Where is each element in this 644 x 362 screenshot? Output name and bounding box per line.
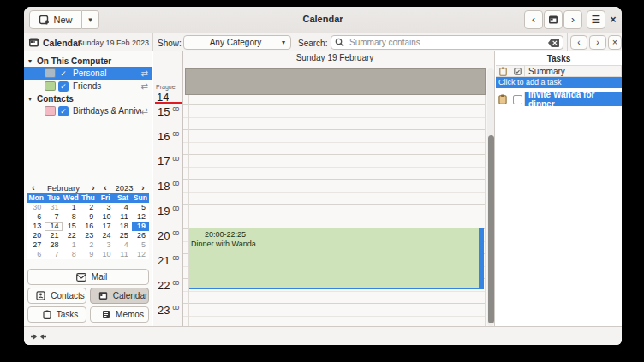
calendar-checkbox[interactable]: ✓ bbox=[58, 81, 69, 92]
mini-cal-day[interactable]: 25 bbox=[114, 231, 131, 240]
mini-cal-day[interactable]: 12 bbox=[132, 250, 149, 259]
menu-button[interactable]: ☰ bbox=[587, 10, 605, 29]
mini-cal-day[interactable]: 8 bbox=[63, 250, 80, 259]
switcher-calendar-button[interactable]: Calendar bbox=[90, 288, 149, 304]
mini-cal-day[interactable]: 23 bbox=[80, 231, 97, 240]
tasks-summary-column-header[interactable]: Summary bbox=[525, 66, 622, 76]
scrollbar-thumb[interactable] bbox=[488, 135, 494, 323]
switcher-label: Tasks bbox=[57, 310, 79, 319]
search-next-button[interactable]: › bbox=[589, 35, 606, 50]
memos-icon bbox=[102, 310, 110, 319]
mini-cal-day[interactable]: 14 bbox=[45, 222, 62, 231]
mini-cal-day[interactable]: 6 bbox=[27, 250, 45, 259]
mini-cal-day[interactable]: 4 bbox=[114, 203, 131, 212]
hour-label: 1800 bbox=[158, 180, 179, 193]
mini-cal-day[interactable]: 8 bbox=[63, 212, 80, 222]
mini-cal-day[interactable]: 19 bbox=[132, 222, 149, 231]
mini-cal-day[interactable]: 10 bbox=[97, 212, 114, 222]
mini-cal-day[interactable]: 18 bbox=[114, 222, 131, 231]
today-button[interactable] bbox=[544, 10, 563, 29]
mini-cal-day[interactable]: 21 bbox=[45, 231, 62, 240]
hour-label: 14 bbox=[157, 91, 169, 102]
switcher-mail-button[interactable]: Mail bbox=[27, 269, 149, 285]
switcher-memos-button[interactable]: Memos bbox=[90, 306, 149, 323]
mini-cal-day[interactable]: 12 bbox=[132, 212, 149, 222]
chevron-left-icon: ‹ bbox=[577, 38, 580, 47]
mini-cal-day-header: Thu bbox=[80, 193, 97, 203]
mini-cal-day[interactable]: 11 bbox=[114, 250, 131, 259]
next-button[interactable]: › bbox=[564, 10, 582, 29]
online-status-icon[interactable] bbox=[31, 333, 46, 341]
caret-down-icon: ▾ bbox=[282, 39, 285, 46]
switcher-contacts-button[interactable]: Contacts bbox=[27, 288, 86, 304]
mini-cal-day[interactable]: 7 bbox=[45, 250, 62, 259]
mini-cal-day[interactable]: 10 bbox=[97, 250, 114, 259]
mini-cal-day[interactable]: 2 bbox=[80, 240, 97, 250]
mini-cal-day[interactable]: 28 bbox=[45, 240, 62, 250]
chevron-right-icon: › bbox=[571, 14, 575, 26]
mini-cal-day-header: Mon bbox=[27, 193, 45, 203]
tasks-type-column-header[interactable] bbox=[496, 66, 510, 76]
check-icon: ✓ bbox=[60, 82, 67, 91]
mini-cal-day[interactable]: 27 bbox=[27, 240, 45, 250]
status-bar bbox=[24, 326, 622, 345]
all-day-band[interactable] bbox=[185, 68, 486, 95]
mini-cal-next-month-button[interactable]: › bbox=[87, 183, 99, 193]
tasks-icon bbox=[43, 310, 51, 319]
task-checkbox[interactable] bbox=[513, 95, 522, 104]
show-label: Show: bbox=[158, 39, 182, 48]
mini-cal-day[interactable]: 5 bbox=[132, 203, 149, 212]
mini-cal-day[interactable]: 9 bbox=[80, 250, 97, 259]
mini-cal-day[interactable]: 24 bbox=[97, 231, 114, 240]
day-view-scrollbar[interactable] bbox=[487, 68, 494, 326]
category-dropdown[interactable]: Any Category ▾ bbox=[183, 35, 291, 50]
mini-cal-day[interactable]: 15 bbox=[63, 222, 80, 231]
mini-cal-day[interactable]: 4 bbox=[114, 240, 131, 250]
group-contacts[interactable]: ▾ Contacts bbox=[24, 92, 152, 104]
mini-cal-day[interactable]: 5 bbox=[132, 240, 149, 250]
mini-cal-day[interactable]: 16 bbox=[80, 222, 97, 231]
day-grid[interactable]: 20:00-22:25 Dinner with Wanda bbox=[183, 95, 486, 326]
mini-cal-day[interactable]: 9 bbox=[80, 212, 97, 222]
search-previous-button[interactable]: ‹ bbox=[570, 35, 587, 50]
mini-cal-day[interactable]: 2 bbox=[80, 203, 97, 212]
mini-cal-day[interactable]: 11 bbox=[114, 212, 131, 222]
mini-cal-prev-year-button[interactable]: ‹ bbox=[99, 183, 111, 193]
mini-cal-day[interactable]: 3 bbox=[97, 203, 114, 212]
mini-cal-day[interactable]: 17 bbox=[97, 222, 114, 231]
task-row[interactable]: Invite Wanda for dinner bbox=[496, 92, 622, 106]
tasks-complete-column-header[interactable] bbox=[510, 66, 525, 76]
mini-cal-prev-month-button[interactable]: ‹ bbox=[27, 183, 39, 193]
group-on-this-computer[interactable]: ▾ On This Computer bbox=[24, 55, 152, 67]
calendar-row-birthdays[interactable]: ✓ Birthdays & Anniver... ⇄ bbox=[24, 104, 152, 117]
calendar-row-personal[interactable]: ✓ Personal ⇄ bbox=[24, 67, 152, 80]
mini-cal-day[interactable]: 6 bbox=[27, 212, 45, 222]
calendar-checkbox[interactable]: ✓ bbox=[58, 68, 69, 79]
search-input[interactable] bbox=[348, 37, 545, 48]
event-dinner-with-wanda[interactable]: 20:00-22:25 Dinner with Wanda bbox=[189, 228, 484, 289]
close-window-button[interactable]: × bbox=[605, 10, 621, 29]
mini-cal-day[interactable]: 26 bbox=[132, 231, 149, 240]
chevron-right-icon: › bbox=[596, 38, 599, 47]
mini-cal-day[interactable]: 22 bbox=[63, 231, 80, 240]
add-task-row[interactable]: Click to add a task bbox=[496, 77, 622, 88]
calendar-row-friends[interactable]: ✓ Friends ⇄ bbox=[24, 80, 152, 92]
switcher-tasks-button[interactable]: Tasks bbox=[27, 306, 86, 323]
mini-cal-day[interactable]: 7 bbox=[45, 212, 62, 222]
event-selection-bar bbox=[479, 228, 484, 288]
mini-cal-day[interactable]: 3 bbox=[97, 240, 114, 250]
clear-search-icon[interactable] bbox=[548, 39, 559, 47]
mini-cal-day[interactable]: 31 bbox=[45, 203, 62, 212]
mini-cal-next-year-button[interactable]: › bbox=[137, 183, 149, 193]
mini-cal-day[interactable]: 13 bbox=[27, 222, 45, 231]
previous-button[interactable]: ‹ bbox=[524, 10, 543, 29]
tasks-title: Tasks bbox=[496, 54, 622, 63]
task-type-cell bbox=[496, 92, 510, 106]
mini-cal-day[interactable]: 30 bbox=[27, 203, 45, 212]
calendar-checkbox[interactable]: ✓ bbox=[58, 106, 69, 116]
mini-cal-day[interactable]: 1 bbox=[63, 203, 80, 212]
mini-cal-day[interactable]: 1 bbox=[63, 240, 80, 250]
hour-label: 2000 bbox=[158, 229, 179, 242]
search-close-button[interactable]: × bbox=[608, 35, 622, 50]
mini-cal-day[interactable]: 20 bbox=[27, 231, 45, 240]
